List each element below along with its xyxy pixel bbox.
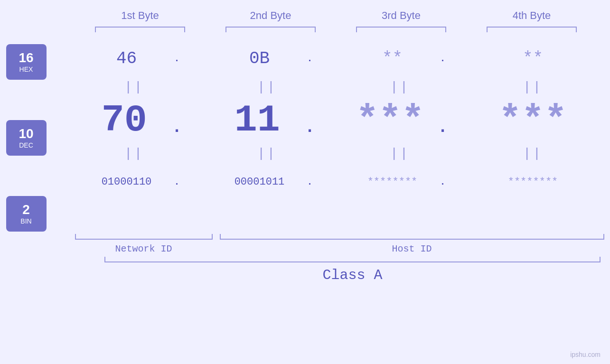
eq1-group: || (75, 80, 194, 94)
bin-byte2-group: 00001011 . (201, 176, 334, 188)
labels-column: 16 HEX 10 DEC 2 BIN (6, 39, 63, 232)
dec-values-row: 70 . 11 . *** . *** (63, 96, 604, 144)
dot-bin1: . (174, 177, 179, 187)
main-content-area: 16 HEX 10 DEC 2 BIN 46 . 0B (6, 39, 604, 232)
bin-byte3-group: ******** . (334, 176, 467, 188)
bin-base-text: BIN (20, 217, 31, 225)
hex-base-text: HEX (19, 65, 33, 73)
host-bracket (220, 234, 604, 240)
dec-base-text: DEC (19, 141, 33, 149)
dot-dec1: . (172, 118, 182, 137)
bin-byte2-val: 00001011 (221, 176, 297, 188)
bracket-byte1 (95, 27, 185, 32)
dec-byte4-val: *** (495, 99, 571, 142)
host-id-label: Host ID (220, 243, 604, 254)
byte4-header: 4th Byte (479, 9, 584, 22)
equals-row-1: || || || || (63, 77, 604, 96)
dot-dec3: . (438, 118, 448, 137)
top-brackets (75, 27, 597, 32)
equals-3: || (390, 80, 410, 94)
dec-byte2-val: 11 (219, 99, 295, 142)
equals-8: || (523, 146, 543, 161)
bottom-brackets-row (68, 234, 604, 240)
eq5-group: || (75, 146, 194, 161)
eq6-group: || (208, 146, 327, 161)
dec-byte1-val: 70 (86, 99, 162, 142)
bin-base-num: 2 (22, 203, 30, 216)
dec-byte1-group: 70 . (68, 99, 201, 142)
class-label: Class A (104, 267, 601, 283)
equals-6: || (257, 146, 277, 161)
main-container: 1st Byte 2nd Byte 3rd Byte 4th Byte 16 H… (0, 0, 610, 364)
equals-4: || (523, 80, 543, 94)
bottom-labels-row: Network ID Host ID (68, 243, 604, 254)
hex-byte2-val: 0B (221, 49, 297, 68)
bin-byte1-val: 01000110 (88, 176, 164, 188)
byte2-header: 2nd Byte (218, 9, 323, 22)
values-grid: 46 . 0B . ** . ** || (63, 39, 604, 201)
dot-bin3: . (440, 177, 445, 187)
byte1-header: 1st Byte (88, 9, 192, 22)
equals-2: || (257, 80, 277, 94)
byte-headers-row: 1st Byte 2nd Byte 3rd Byte 4th Byte (75, 9, 597, 22)
eq8-group: || (474, 146, 592, 161)
equals-5: || (124, 146, 144, 161)
dec-label-badge: 10 DEC (6, 120, 47, 156)
dot-hex3: . (440, 53, 445, 64)
hex-byte1-group: 46 . (68, 49, 201, 68)
dot-bin2: . (307, 177, 312, 187)
bracket-byte3 (356, 27, 446, 32)
bin-byte1-group: 01000110 . (68, 176, 201, 188)
eq2-group: || (208, 80, 327, 94)
bin-label-badge: 2 BIN (6, 196, 47, 232)
hex-byte4-group: ** (467, 49, 600, 68)
watermark: ipshu.com (570, 351, 601, 358)
dec-byte4-group: *** (467, 99, 600, 142)
hex-values-row: 46 . 0B . ** . ** (63, 39, 604, 77)
dec-byte3-group: *** . (334, 99, 467, 142)
equals-7: || (390, 146, 410, 161)
hex-byte3-val: ** (354, 49, 430, 68)
hex-base-num: 16 (19, 51, 33, 65)
dec-base-num: 10 (19, 127, 33, 140)
hex-byte1-val: 46 (88, 49, 164, 68)
bracket-byte4 (487, 27, 577, 32)
big-bottom-bracket (104, 257, 601, 262)
equals-1: || (124, 80, 144, 94)
dec-byte2-group: 11 . (201, 99, 334, 142)
eq7-group: || (341, 146, 460, 161)
hex-byte4-val: ** (495, 49, 571, 68)
hex-label-badge: 16 HEX (6, 44, 47, 80)
bin-values-row: 01000110 . 00001011 . ******** . *******… (63, 163, 604, 201)
eq4-group: || (474, 80, 592, 94)
hex-byte2-group: 0B . (201, 49, 334, 68)
eq3-group: || (341, 80, 460, 94)
dot-hex2: . (307, 53, 312, 64)
dot-hex1: . (174, 53, 179, 64)
network-bracket (75, 234, 213, 240)
bin-byte3-val: ******** (354, 176, 430, 188)
bin-byte4-val: ******** (495, 176, 571, 188)
dec-byte3-val: *** (352, 99, 428, 142)
byte3-header: 3rd Byte (349, 9, 453, 22)
bracket-byte2 (225, 27, 316, 32)
equals-row-2: || || || || (63, 144, 604, 163)
bin-byte4-group: ******** (467, 176, 600, 188)
hex-byte3-group: ** . (334, 49, 467, 68)
network-id-label: Network ID (75, 243, 213, 254)
dot-dec2: . (305, 118, 315, 137)
